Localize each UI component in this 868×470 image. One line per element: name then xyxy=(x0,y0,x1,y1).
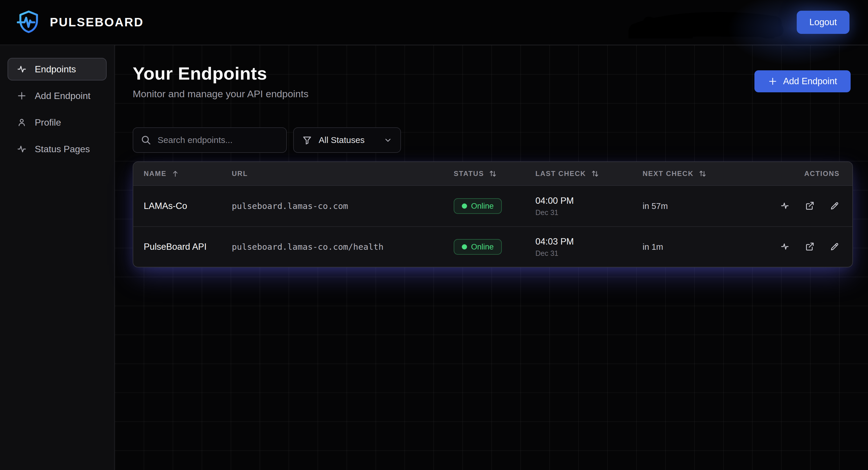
add-endpoint-button[interactable]: Add Endpoint xyxy=(754,70,850,92)
next-check: in 57m xyxy=(643,201,668,211)
check-now-button[interactable] xyxy=(780,201,790,211)
column-header-last-check[interactable]: LAST CHECK xyxy=(535,169,643,178)
column-header-next-check[interactable]: NEXT CHECK xyxy=(643,169,766,178)
sidebar-item-add-endpoint[interactable]: Add Endpoint xyxy=(7,85,106,107)
app-title: PULSEBOARD xyxy=(50,15,144,29)
external-link-icon xyxy=(805,242,815,253)
logout-button[interactable]: Logout xyxy=(797,11,849,34)
pencil-icon xyxy=(830,201,840,211)
table-header-row: NAME URL STATUS LAST CHECK xyxy=(133,162,852,186)
top-header: PULSEBOARD Logout xyxy=(0,0,868,45)
sidebar: Endpoints Add Endpoint Profile Status Pa… xyxy=(0,45,115,470)
sidebar-item-label: Profile xyxy=(35,117,61,128)
activity-icon xyxy=(17,144,27,154)
endpoint-name: PulseBoard API xyxy=(144,242,207,252)
main-content: Your Endpoints Monitor and manage your A… xyxy=(115,45,868,470)
external-link-icon xyxy=(805,201,815,211)
sort-asc-icon xyxy=(171,170,179,178)
last-check-time: 04:03 PM xyxy=(535,236,643,247)
open-url-button[interactable] xyxy=(805,201,815,211)
pulseboard-logo-icon xyxy=(16,9,41,35)
sidebar-item-label: Endpoints xyxy=(35,64,76,75)
plus-icon xyxy=(17,91,27,101)
status-filter-select[interactable]: All Statuses xyxy=(293,127,401,153)
redaction-scribble xyxy=(628,5,786,40)
status-badge: Online xyxy=(454,198,502,214)
page-title: Your Endpoints xyxy=(133,63,309,83)
activity-icon xyxy=(780,201,790,211)
endpoint-name: LAMAs-Co xyxy=(144,201,187,211)
sidebar-item-endpoints[interactable]: Endpoints xyxy=(7,58,106,80)
edit-endpoint-button[interactable] xyxy=(830,201,840,211)
sort-both-icon xyxy=(489,169,497,178)
page-subtitle: Monitor and manage your API endpoints xyxy=(133,88,309,100)
table-row: LAMAs-Co pulseboard.lamas-co.com Online … xyxy=(133,186,852,226)
online-dot-icon xyxy=(462,203,467,209)
endpoints-table: NAME URL STATUS LAST CHECK xyxy=(133,162,853,267)
endpoint-url: pulseboard.lamas-co.com xyxy=(232,201,348,211)
online-dot-icon xyxy=(462,244,467,249)
user-icon xyxy=(17,118,27,127)
search-input[interactable] xyxy=(133,127,287,153)
sidebar-item-status-pages[interactable]: Status Pages xyxy=(7,138,106,160)
last-check-time: 04:00 PM xyxy=(535,196,643,206)
add-endpoint-label: Add Endpoint xyxy=(783,76,837,87)
column-header-actions: ACTIONS xyxy=(766,170,852,178)
edit-endpoint-button[interactable] xyxy=(830,242,840,253)
last-check-date: Dec 31 xyxy=(535,249,643,258)
plus-icon xyxy=(768,77,777,86)
activity-icon xyxy=(17,64,27,74)
column-header-url[interactable]: URL xyxy=(232,170,454,178)
table-row: PulseBoard API pulseboard.lamas-co.com/h… xyxy=(133,226,852,267)
column-header-name[interactable]: NAME xyxy=(133,170,232,178)
activity-icon xyxy=(780,242,790,253)
endpoint-url: pulseboard.lamas-co.com/health xyxy=(232,242,383,252)
check-now-button[interactable] xyxy=(780,242,790,253)
sort-both-icon xyxy=(698,169,707,178)
sidebar-item-label: Add Endpoint xyxy=(35,91,90,101)
filter-funnel-icon xyxy=(302,135,312,145)
column-header-status[interactable]: STATUS xyxy=(454,169,535,178)
status-filter-value: All Statuses xyxy=(319,135,377,145)
sort-both-icon xyxy=(591,169,599,178)
status-badge: Online xyxy=(454,239,502,255)
sidebar-item-label: Status Pages xyxy=(35,144,90,155)
open-url-button[interactable] xyxy=(805,242,815,253)
last-check-date: Dec 31 xyxy=(535,208,643,217)
sidebar-item-profile[interactable]: Profile xyxy=(7,111,106,134)
brand: PULSEBOARD xyxy=(16,9,144,35)
pencil-icon xyxy=(830,242,840,253)
page-heading-block: Your Endpoints Monitor and manage your A… xyxy=(133,63,309,100)
next-check: in 1m xyxy=(643,242,663,251)
chevron-down-icon xyxy=(383,136,392,144)
